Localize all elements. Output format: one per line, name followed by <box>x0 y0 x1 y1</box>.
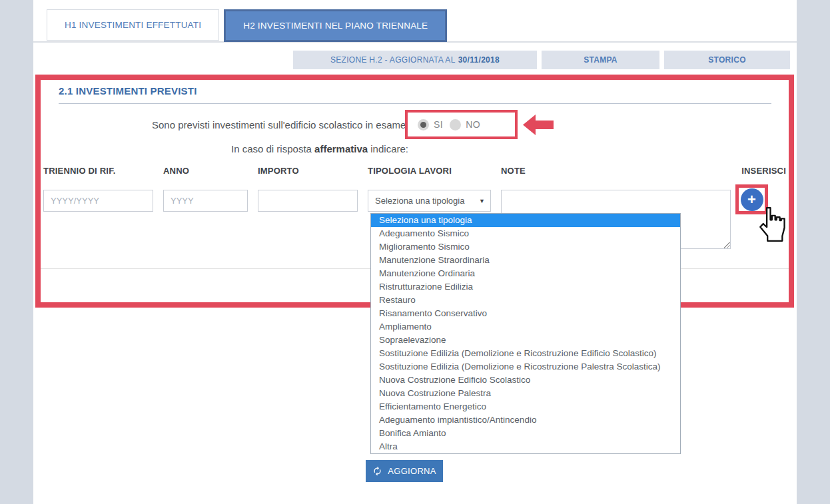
dropdown-option[interactable]: Nuova Costruzione Edificio Scolastico <box>371 374 680 387</box>
hint-bold: affermativa <box>314 143 368 154</box>
tipologia-select[interactable]: Seleziona una tipologia ▼ <box>368 190 491 212</box>
panel-title: 2.1 INVESTIMENTI PREVISTI <box>59 85 197 97</box>
importo-input[interactable] <box>258 190 358 212</box>
dropdown-option[interactable]: Sostituzione Edilizia (Demolizione e Ric… <box>371 360 680 374</box>
dropdown-option[interactable]: Restauro <box>371 294 680 307</box>
hint-line: In caso di risposta affermativa indicare… <box>231 143 408 154</box>
dropdown-option[interactable]: Sostituzione Edilizia (Demolizione e Ric… <box>371 347 680 360</box>
dropdown-option[interactable]: Miglioramento Sismico <box>371 240 680 254</box>
dropdown-option[interactable]: Adeguamento Sismico <box>371 227 680 240</box>
dropdown-option[interactable]: Manutenzione Ordinaria <box>371 267 680 280</box>
dropdown-option[interactable]: Risanamento Conservativo <box>371 307 680 320</box>
anno-input[interactable] <box>163 190 248 212</box>
dropdown-option[interactable]: Manutenzione Straordinaria <box>371 254 680 267</box>
header-note: NOTE <box>501 166 526 176</box>
header-anno: ANNO <box>163 166 189 176</box>
header-tipologia-lavori: TIPOLOGIA LAVORI <box>368 166 452 176</box>
stampa-button[interactable]: STAMPA <box>542 51 659 69</box>
page: H1 INVESTIMENTI EFFETTUATI H2 INVESTIMEN… <box>0 0 830 504</box>
radio-no[interactable] <box>450 119 461 130</box>
dropdown-option[interactable]: Ristrutturazione Edilizia <box>371 280 680 294</box>
insert-button-highlight: + <box>735 184 768 214</box>
right-margin-strip <box>797 0 830 504</box>
aggiorna-button[interactable]: AGGIORNA <box>366 460 443 482</box>
dropdown-option[interactable]: Ampliamento <box>371 320 680 334</box>
hint-suffix: indicare: <box>368 143 408 154</box>
tab-bar: H1 INVESTIMENTI EFFETTUATI H2 INVESTIMEN… <box>47 9 447 42</box>
red-arrow-icon <box>523 114 554 136</box>
header-importo: IMPORTO <box>258 166 299 176</box>
tab-h2-investimenti-piano-triennale[interactable]: H2 INVESTIMENTI NEL PIANO TRIENNALE <box>224 9 447 42</box>
header-triennio: TRIENNIO DI RIF. <box>43 166 116 176</box>
dropdown-option[interactable]: Altra <box>371 440 680 453</box>
dropdown-option[interactable]: Sopraelevazione <box>371 334 680 347</box>
dropdown-option[interactable]: Efficientamento Energetico <box>371 400 680 413</box>
investments-question-label: Sono previsti investimenti sull'edificio… <box>152 119 412 130</box>
section-updated-date: 30/11/2018 <box>458 55 500 65</box>
tipologia-select-value: Seleziona una tipologia <box>375 196 476 206</box>
triennio-input[interactable] <box>43 190 153 212</box>
panel-title-rule <box>59 103 771 104</box>
radio-si-label: SI <box>434 119 443 130</box>
section-status-bar[interactable]: SEZIONE H.2 - AGGIORNATA AL 30/11/2018 <box>293 51 537 69</box>
radio-si[interactable] <box>418 119 429 130</box>
section-status-label: SEZIONE H.2 - AGGIORNATA AL <box>330 55 456 65</box>
tab-h1-investimenti-effettuati[interactable]: H1 INVESTIMENTI EFFETTUATI <box>47 9 219 41</box>
header-inserisci: INSERISCI <box>741 166 786 176</box>
dropdown-option[interactable]: Nuova Costruzione Palestra <box>371 387 680 400</box>
aggiorna-label: AGGIORNA <box>388 466 436 476</box>
insert-plus-button[interactable]: + <box>741 188 763 211</box>
chevron-down-icon: ▼ <box>479 198 485 204</box>
dropdown-option[interactable]: Seleziona una tipologia <box>371 214 680 227</box>
hint-prefix: In caso di risposta <box>231 143 314 154</box>
refresh-icon <box>372 466 382 476</box>
radio-group-highlight: SI NO <box>405 110 518 139</box>
dropdown-option[interactable]: Adeguamento impiantistico/Antincendio <box>371 413 680 427</box>
tipologia-dropdown-list: Seleziona una tipologia Adeguamento Sism… <box>370 213 681 454</box>
storico-button[interactable]: STORICO <box>664 51 790 69</box>
left-margin-strip <box>0 0 33 504</box>
radio-no-label: NO <box>466 119 480 130</box>
dropdown-option[interactable]: Bonifica Amianto <box>371 427 680 440</box>
